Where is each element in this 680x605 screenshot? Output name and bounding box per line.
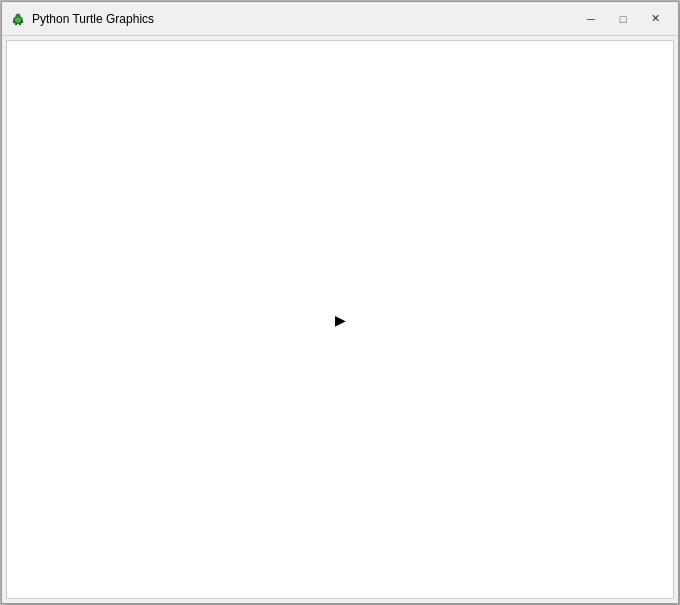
svg-point-4: [15, 22, 17, 24]
close-button[interactable]: ✕: [640, 8, 670, 30]
turtle-icon: [10, 11, 26, 27]
svg-point-6: [15, 17, 21, 22]
minimize-button[interactable]: ─: [576, 8, 606, 30]
application-window: Python Turtle Graphics ─ □ ✕ ▶: [1, 1, 679, 604]
maximize-button[interactable]: □: [608, 8, 638, 30]
svg-point-3: [21, 20, 23, 22]
window-title: Python Turtle Graphics: [32, 12, 154, 26]
svg-point-2: [13, 20, 15, 22]
svg-point-5: [19, 22, 21, 24]
turtle-canvas: ▶: [6, 40, 674, 599]
title-bar-controls: ─ □ ✕: [576, 8, 670, 30]
turtle-arrow-icon: ▶: [335, 313, 346, 327]
title-bar: Python Turtle Graphics ─ □ ✕: [2, 2, 678, 36]
title-bar-left: Python Turtle Graphics: [10, 11, 154, 27]
